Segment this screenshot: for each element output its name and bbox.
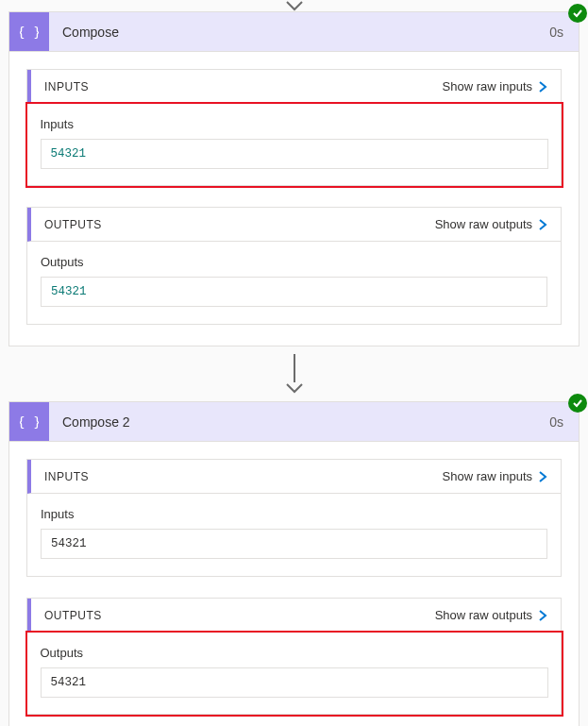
chevron-right-icon bbox=[538, 218, 547, 231]
inputs-field-label: Inputs bbox=[41, 117, 548, 131]
card-body: INPUTS Show raw inputs Inputs 54321 OUTP… bbox=[9, 52, 579, 346]
show-raw-outputs-link[interactable]: Show raw outputs bbox=[435, 217, 547, 231]
action-card-compose[interactable]: { } Compose 0s INPUTS Show raw inputs In… bbox=[8, 11, 580, 346]
inputs-panel-body: Inputs 54321 bbox=[25, 102, 563, 188]
card-header[interactable]: { } Compose 2 0s bbox=[9, 402, 579, 442]
outputs-field-label: Outputs bbox=[41, 255, 547, 269]
inputs-panel-body: Inputs 54321 bbox=[27, 494, 561, 576]
compose-icon: { } bbox=[9, 402, 49, 441]
inputs-value[interactable]: 54321 bbox=[41, 529, 547, 559]
connector-arrow-top bbox=[0, 0, 588, 11]
inputs-section-label: INPUTS bbox=[44, 470, 89, 483]
outputs-section-label: OUTPUTS bbox=[44, 218, 102, 231]
show-raw-inputs-label: Show raw inputs bbox=[443, 469, 532, 483]
outputs-panel-body: Outputs 54321 bbox=[25, 631, 563, 717]
outputs-panel-header: OUTPUTS Show raw outputs bbox=[27, 208, 561, 242]
action-card-compose-2[interactable]: { } Compose 2 0s INPUTS Show raw inputs … bbox=[8, 401, 580, 726]
inputs-panel-header: INPUTS Show raw inputs bbox=[27, 70, 561, 104]
card-title: Compose bbox=[49, 12, 534, 51]
outputs-field-label: Outputs bbox=[41, 646, 548, 660]
inputs-panel-header: INPUTS Show raw inputs bbox=[27, 460, 561, 494]
inputs-field-label: Inputs bbox=[41, 507, 547, 521]
outputs-section-label: OUTPUTS bbox=[44, 609, 102, 622]
card-body: INPUTS Show raw inputs Inputs 54321 OUTP… bbox=[9, 442, 579, 726]
show-raw-inputs-label: Show raw inputs bbox=[443, 79, 532, 93]
inputs-value[interactable]: 54321 bbox=[41, 139, 548, 169]
outputs-panel: OUTPUTS Show raw outputs Outputs 54321 bbox=[26, 207, 562, 325]
inputs-panel: INPUTS Show raw inputs Inputs 54321 bbox=[26, 459, 562, 577]
show-raw-outputs-label: Show raw outputs bbox=[435, 217, 532, 231]
show-raw-outputs-link[interactable]: Show raw outputs bbox=[435, 608, 547, 622]
inputs-panel: INPUTS Show raw inputs Inputs 54321 bbox=[26, 69, 562, 186]
status-success-icon bbox=[568, 4, 587, 23]
inputs-section-label: INPUTS bbox=[44, 80, 89, 93]
card-header[interactable]: { } Compose 0s bbox=[9, 12, 579, 52]
status-success-icon bbox=[568, 394, 587, 413]
outputs-panel-header: OUTPUTS Show raw outputs bbox=[27, 599, 561, 633]
outputs-panel: OUTPUTS Show raw outputs Outputs 54321 bbox=[26, 598, 562, 715]
compose-icon: { } bbox=[9, 12, 49, 51]
svg-text:{ }: { } bbox=[20, 25, 39, 40]
show-raw-inputs-link[interactable]: Show raw inputs bbox=[443, 79, 547, 93]
show-raw-inputs-link[interactable]: Show raw inputs bbox=[443, 469, 547, 483]
outputs-value[interactable]: 54321 bbox=[41, 277, 547, 307]
show-raw-outputs-label: Show raw outputs bbox=[435, 608, 532, 622]
svg-text:{ }: { } bbox=[20, 414, 39, 430]
chevron-right-icon bbox=[538, 80, 547, 93]
chevron-right-icon bbox=[538, 470, 547, 483]
chevron-right-icon bbox=[538, 609, 547, 622]
connector-arrow bbox=[0, 346, 588, 401]
card-title: Compose 2 bbox=[49, 402, 534, 441]
outputs-value[interactable]: 54321 bbox=[41, 667, 548, 698]
outputs-panel-body: Outputs 54321 bbox=[27, 242, 561, 324]
chevron-down-icon bbox=[286, 382, 303, 394]
